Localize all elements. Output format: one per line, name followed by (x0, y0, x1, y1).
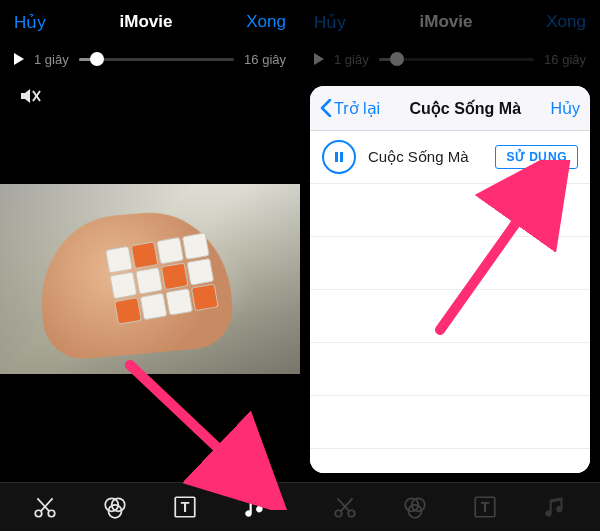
play-icon[interactable] (14, 53, 24, 65)
done-button[interactable]: Xong (246, 12, 286, 32)
music-picker-sheet: Trở lại Cuộc Sống Mà Hủy Cuộc Sống Mà SỬ… (310, 86, 590, 473)
screenshot-stage: Hủy iMovie Xong 1 giây 16 giây (0, 0, 600, 531)
use-button[interactable]: SỬ DỤNG (495, 145, 578, 169)
top-nav-bar: Hủy iMovie Xong (0, 0, 300, 44)
mute-icon[interactable] (18, 84, 42, 108)
phone-screen-left: Hủy iMovie Xong 1 giây 16 giây (0, 0, 301, 531)
back-label: Trở lại (334, 99, 380, 118)
music-tool[interactable] (238, 490, 272, 524)
song-list: Cuộc Sống Mà SỬ DỤNG (310, 131, 590, 473)
list-item (310, 396, 590, 449)
done-button: Xong (546, 12, 586, 32)
cancel-button: Hủy (314, 12, 346, 33)
list-item (310, 449, 590, 473)
time-current: 1 giây (34, 52, 69, 67)
svg-rect-11 (335, 152, 338, 162)
scrubber-track (379, 58, 534, 61)
filters-tool[interactable] (98, 490, 132, 524)
scrubber-row: 1 giây 16 giây (0, 44, 300, 74)
top-nav-bar: Hủy iMovie Xong (300, 0, 600, 44)
cancel-button[interactable]: Hủy (14, 12, 46, 33)
phone-screen-right: Hủy iMovie Xong 1 giây 16 giây Trở lại (300, 0, 600, 531)
music-tool (538, 490, 572, 524)
play-icon (314, 53, 324, 65)
list-item (310, 237, 590, 290)
tool-bar: T (300, 482, 600, 531)
back-button[interactable]: Trở lại (320, 99, 380, 118)
cut-tool[interactable] (28, 490, 62, 524)
video-preview[interactable] (0, 184, 300, 374)
sheet-cancel-button[interactable]: Hủy (550, 99, 580, 118)
list-item (310, 343, 590, 396)
mute-area (0, 74, 300, 108)
time-total: 16 giây (544, 52, 586, 67)
svg-rect-12 (340, 152, 343, 162)
chevron-left-icon (320, 99, 332, 117)
app-title: iMovie (420, 12, 473, 32)
time-total: 16 giây (244, 52, 286, 67)
tool-bar: T (0, 482, 300, 531)
list-item (310, 290, 590, 343)
scrubber-track[interactable] (79, 58, 234, 61)
list-item (310, 184, 590, 237)
list-item[interactable]: Cuộc Sống Mà SỬ DỤNG (310, 131, 590, 184)
song-name: Cuộc Sống Mà (368, 148, 483, 166)
sheet-nav-bar: Trở lại Cuộc Sống Mà Hủy (310, 86, 590, 131)
cut-tool (328, 490, 362, 524)
text-tool: T (468, 490, 502, 524)
time-current: 1 giây (334, 52, 369, 67)
filters-tool (398, 490, 432, 524)
svg-text:T: T (481, 499, 490, 515)
app-title: iMovie (120, 12, 173, 32)
sheet-title: Cuộc Sống Mà (409, 99, 521, 118)
scrubber-thumb[interactable] (90, 52, 104, 66)
scrubber-row: 1 giây 16 giây (300, 44, 600, 74)
svg-text:T: T (181, 499, 190, 515)
pause-icon[interactable] (322, 140, 356, 174)
text-tool[interactable]: T (168, 490, 202, 524)
